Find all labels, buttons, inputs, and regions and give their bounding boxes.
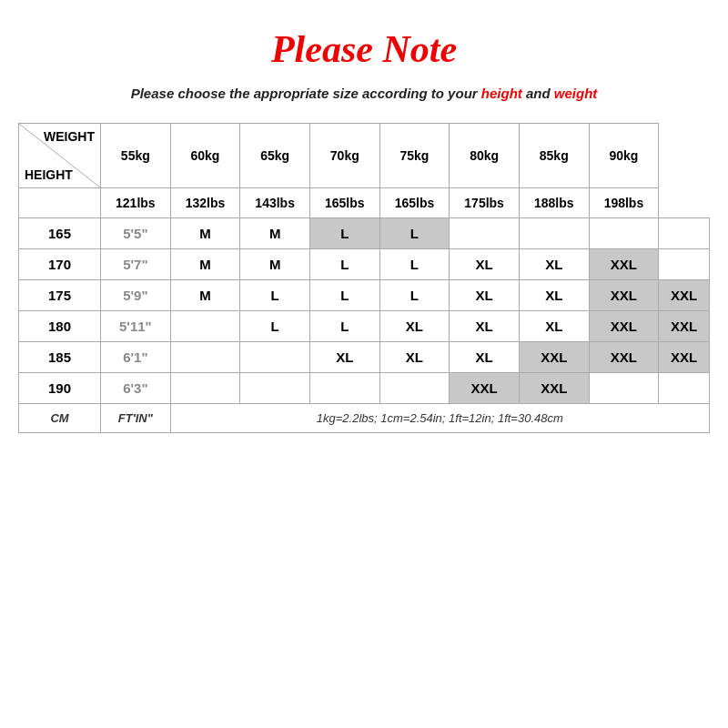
subtitle: Please choose the appropriate size accor… xyxy=(131,86,598,101)
lbs-165b: 165lbs xyxy=(379,188,450,218)
cm-value: 175 xyxy=(19,280,101,311)
lbs-header-row: 121lbs 132lbs 143lbs 165lbs 165lbs 175lb… xyxy=(19,188,710,218)
footer-row: CMFT'IN"1kg=2.2lbs; 1cm=2.54in; 1ft=12in… xyxy=(19,404,710,433)
size-cell: XXL xyxy=(659,342,710,373)
size-cell: XL xyxy=(450,342,520,373)
ftIn-value: 5'5" xyxy=(101,218,171,249)
table-row: 1655'5"MMLL xyxy=(19,218,710,249)
size-cell: XXL xyxy=(659,280,710,311)
size-cell: L xyxy=(309,280,379,311)
ftIn-value: 5'11" xyxy=(101,311,171,342)
lbs-175: 175lbs xyxy=(450,188,520,218)
size-cell: L xyxy=(379,218,450,249)
size-cell xyxy=(450,218,520,249)
size-cell: M xyxy=(170,249,240,280)
footer-note: 1kg=2.2lbs; 1cm=2.54in; 1ft=12in; 1ft=30… xyxy=(170,404,709,433)
lbs-198: 198lbs xyxy=(589,188,659,218)
size-cell: L xyxy=(309,249,379,280)
size-cell: XL xyxy=(519,311,589,342)
cm-value: 170 xyxy=(19,249,101,280)
table-row: 1705'7"MMLLXLXLXXL xyxy=(19,249,710,280)
size-cell: XL xyxy=(379,311,450,342)
size-cell xyxy=(170,373,240,404)
size-cell: M xyxy=(170,218,240,249)
size-cell xyxy=(170,342,240,373)
size-cell: XL xyxy=(450,280,520,311)
table-row: 1856'1"XLXLXLXXLXXLXXL xyxy=(19,342,710,373)
size-cell xyxy=(659,249,710,280)
size-cell xyxy=(659,218,710,249)
size-cell: XXL xyxy=(659,311,710,342)
size-cell xyxy=(519,218,589,249)
height-label: HEIGHT xyxy=(25,167,73,182)
size-cell: L xyxy=(240,311,310,342)
lbs-188: 188lbs xyxy=(519,188,589,218)
weight-85: 85kg xyxy=(519,124,589,188)
size-cell: XXL xyxy=(589,311,659,342)
ftIn-value: 6'3" xyxy=(101,373,171,404)
table-row: 1805'11"LLXLXLXLXXLXXL xyxy=(19,311,710,342)
size-cell: XXL xyxy=(589,280,659,311)
ftIn-value: 6'1" xyxy=(101,342,171,373)
lbs-121: 121lbs xyxy=(101,188,171,218)
size-cell: XL xyxy=(450,249,520,280)
lbs-132: 132lbs xyxy=(170,188,240,218)
size-cell: XXL xyxy=(519,373,589,404)
size-cell xyxy=(170,311,240,342)
size-cell xyxy=(659,373,710,404)
size-cell: L xyxy=(240,280,310,311)
weight-60: 60kg xyxy=(170,124,240,188)
size-cell: M xyxy=(170,280,240,311)
size-cell xyxy=(589,373,659,404)
size-cell: L xyxy=(309,218,379,249)
weight-65: 65kg xyxy=(240,124,310,188)
cm-value: 165 xyxy=(19,218,101,249)
table-row: 1755'9"MLLLXLXLXXLXXL xyxy=(19,280,710,311)
size-cell: XXL xyxy=(519,342,589,373)
weight-label: WEIGHT xyxy=(44,129,95,144)
size-cell: M xyxy=(240,218,310,249)
size-cell: XL xyxy=(450,311,520,342)
height-label-cell xyxy=(19,188,101,218)
table-row: 1906'3"XXLXXL xyxy=(19,373,710,404)
size-chart-table: WEIGHT HEIGHT 55kg 60kg 65kg 70kg 75kg 8… xyxy=(18,123,710,433)
size-cell: L xyxy=(309,311,379,342)
weight-header-row: WEIGHT HEIGHT 55kg 60kg 65kg 70kg 75kg 8… xyxy=(19,124,710,188)
ftIn-value: 5'9" xyxy=(101,280,171,311)
size-cell: L xyxy=(379,280,450,311)
cm-value: 185 xyxy=(19,342,101,373)
size-cell xyxy=(240,373,310,404)
size-cell: XL xyxy=(519,280,589,311)
cm-value: 190 xyxy=(19,373,101,404)
weight-55: 55kg xyxy=(101,124,171,188)
size-cell: M xyxy=(240,249,310,280)
size-cell: XXL xyxy=(450,373,520,404)
weight-75: 75kg xyxy=(379,124,450,188)
size-cell xyxy=(379,373,450,404)
page-title: Please Note xyxy=(271,27,457,71)
lbs-165a: 165lbs xyxy=(309,188,379,218)
ftIn-value: 5'7" xyxy=(101,249,171,280)
size-cell: XL xyxy=(309,342,379,373)
weight-90: 90kg xyxy=(589,124,659,188)
size-cell: XL xyxy=(519,249,589,280)
cm-value: 180 xyxy=(19,311,101,342)
size-cell: XL xyxy=(379,342,450,373)
size-cell xyxy=(240,342,310,373)
footer-cm: CM xyxy=(19,404,101,433)
size-cell: XXL xyxy=(589,249,659,280)
size-cell: XXL xyxy=(589,342,659,373)
size-cell: L xyxy=(379,249,450,280)
size-cell xyxy=(589,218,659,249)
footer-ftIn: FT'IN" xyxy=(101,404,171,433)
size-cell xyxy=(309,373,379,404)
corner-cell: WEIGHT HEIGHT xyxy=(19,124,101,188)
weight-70: 70kg xyxy=(309,124,379,188)
lbs-143: 143lbs xyxy=(240,188,310,218)
weight-80: 80kg xyxy=(450,124,520,188)
